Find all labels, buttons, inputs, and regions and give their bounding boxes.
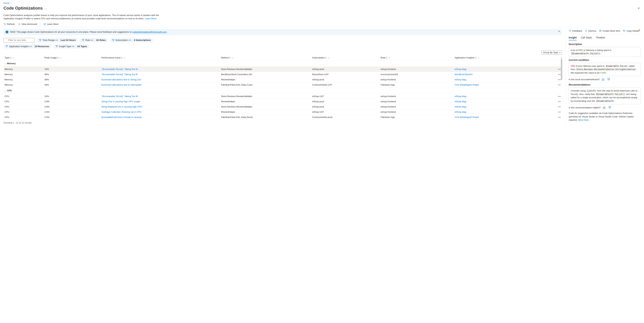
- cell-type: Memory: [4, 82, 43, 87]
- cell-type: CPU: [4, 109, 43, 114]
- external-link-icon: [44, 23, 46, 26]
- row-more-button[interactable]: •••: [539, 77, 562, 82]
- thumb-up-button[interactable]: [602, 78, 605, 81]
- ai-link[interactable]: eShop-diag: [455, 95, 466, 98]
- col-method[interactable]: Methodⓘ↑↓: [220, 55, 311, 60]
- ai-link[interactable]: eShop-diag: [455, 78, 466, 81]
- feedback-button[interactable]: Feedback: [569, 30, 582, 32]
- funnel-icon: [82, 39, 84, 42]
- app-insights-filter[interactable]: Application Insights == 10 Resources: [4, 44, 51, 48]
- col-peak[interactable]: Peak Usageⓘ↑↓: [43, 55, 100, 60]
- role-filter[interactable]: Role == All Roles: [80, 38, 108, 42]
- reco-heading: Recommendations: [569, 83, 640, 86]
- col-type[interactable]: Typeⓘ↑↓: [4, 55, 43, 60]
- ai-link[interactable]: eShop-diag: [455, 68, 466, 70]
- row-more-button[interactable]: •••: [539, 94, 562, 99]
- table-row[interactable]: CPU3.4%Garbage Collection Showing Up in …: [4, 109, 562, 114]
- issue-link[interactable]: Excessive allocations due to String.Ctor: [102, 78, 141, 81]
- more-here-link[interactable]: More here.: [578, 118, 589, 121]
- funnel-icon: [39, 39, 42, 42]
- issue-link[interactable]: `IEnumerable.ToList()` Taking Too M: [102, 73, 138, 76]
- col-subscription[interactable]: Subscriptionⓘ↑↓: [311, 55, 380, 60]
- issue-link[interactable]: String.Ctor is causing high CPU usage: [102, 100, 140, 103]
- chevron-down-icon: ⌄: [4, 62, 6, 64]
- row-more-button[interactable]: •••: [539, 82, 562, 87]
- table-row[interactable]: Memory74%`IEnumerable.ToList()` Taking T…: [4, 66, 562, 72]
- chevron-down-icon: ⌄: [4, 90, 6, 92]
- issue-link[interactable]: `IEnumerable.ToList()` Taking Too M: [102, 68, 138, 70]
- panel-close-button[interactable]: ✕: [638, 28, 640, 32]
- tab-callstack[interactable]: Call Stack: [581, 36, 592, 40]
- close-blade-button[interactable]: ✕: [638, 6, 640, 10]
- dismiss-button[interactable]: Dismiss: [585, 30, 596, 32]
- results-table: Typeⓘ↑↓ Peak Usageⓘ↑↓ Performance Issueⓘ…: [4, 55, 562, 120]
- copy-details-button[interactable]: Copy Details: [623, 30, 639, 32]
- table-row[interactable]: Memory36%Excessive allocations due to St…: [4, 77, 562, 82]
- banner-close-button[interactable]: ✕: [558, 30, 560, 33]
- tab-insight[interactable]: Insight: [569, 36, 577, 40]
- filter-input[interactable]: [4, 38, 35, 42]
- table-row[interactable]: Memory36%`IEnumerable.ToList()` Taking T…: [4, 72, 562, 77]
- table-row[interactable]: CPU3.8%String.Ctor is causing high CPU u…: [4, 99, 562, 104]
- issue-link[interactable]: QueryableExtensions.Include is causing: [102, 116, 142, 118]
- accurate-question: Is this issue accurate/relevant?: [569, 78, 600, 81]
- learn-more-button[interactable]: Learn More: [44, 23, 58, 26]
- row-more-button[interactable]: •••: [539, 109, 562, 114]
- thumb-down-button[interactable]: [607, 78, 610, 81]
- group-row[interactable]: ⌄CPU: [4, 87, 562, 94]
- row-more-button[interactable]: •••: [539, 99, 562, 104]
- banner-email-link[interactable]: codeoptimizations@microsoft.com: [132, 30, 167, 33]
- cell-issue: Excessive allocations due to InternalSet: [100, 82, 220, 87]
- banner-text: NEW: This page shows Code Optimizations …: [10, 30, 132, 33]
- issue-link[interactable]: Excessive allocations due to InternalSet: [102, 84, 142, 86]
- table-row[interactable]: Memory34%Excessive allocations due to In…: [4, 82, 562, 87]
- cell-ai: eShop-diag: [454, 94, 539, 99]
- row-more-button[interactable]: •••: [539, 66, 562, 72]
- ai-link[interactable]: CH1-RetailAppAI-Prepd: [455, 116, 479, 118]
- ai-link[interactable]: eShop-diag: [455, 106, 466, 108]
- table-row[interactable]: CPU10%`IEnumerable.ToList()` Taking Too …: [4, 94, 562, 99]
- ai-link[interactable]: eShop-diag: [455, 110, 466, 113]
- scrollbar-thumb[interactable]: [561, 59, 562, 80]
- create-work-item-button[interactable]: Create Work Item: [599, 30, 620, 32]
- breadcrumb-home[interactable]: Home: [4, 2, 10, 4]
- cell-issue: String.ReplaceCore is causing high CPU: [100, 104, 220, 109]
- col-role[interactable]: Roleⓘ↑↓: [380, 55, 454, 60]
- table-row[interactable]: CPU3.8%String.ReplaceCore is causing hig…: [4, 104, 562, 109]
- cell-role: eshop-frontend: [380, 77, 454, 82]
- issue-link[interactable]: Garbage Collection Showing Up in CPU: [102, 110, 142, 113]
- col-issue[interactable]: Performance Issueⓘ↑↓: [100, 55, 220, 60]
- funnel-icon: [6, 45, 8, 48]
- cell-issue: `IEnumerable.ToList()` Taking Too M: [100, 94, 220, 99]
- view-dismissed-button[interactable]: View dismissed: [18, 23, 37, 26]
- insight-type-filter[interactable]: Insight Type == All Types: [54, 44, 89, 48]
- time-range-filter[interactable]: Time Range == Last 24 Hours: [37, 38, 78, 42]
- table-row[interactable]: CPU2.5%QueryableExtensions.Include is ca…: [4, 114, 562, 120]
- more-actions-button[interactable]: …: [44, 7, 47, 10]
- row-more-button[interactable]: •••: [539, 72, 562, 77]
- issue-link[interactable]: String.ReplaceCore is causing high CPU: [102, 106, 142, 108]
- row-more-button[interactable]: •••: [539, 104, 562, 109]
- thumb-up-button[interactable]: [603, 106, 606, 109]
- ai-link[interactable]: CH1-RetailAppAI-Prepd: [455, 84, 479, 86]
- tab-timeline[interactable]: Timeline: [596, 36, 605, 40]
- cell-peak: 3.8%: [43, 104, 100, 109]
- cell-peak: 3.4%: [43, 109, 100, 114]
- refresh-button[interactable]: Refresh: [4, 23, 15, 26]
- ai-link[interactable]: MvcMusicStore01: [455, 73, 473, 76]
- issue-link[interactable]: `IEnumerable.ToList()` Taking Too M: [102, 95, 138, 98]
- subscription-filter[interactable]: Subscription == 4 Subscriptions: [110, 38, 153, 42]
- col-ai[interactable]: Application Insightsⓘ↑↓: [454, 55, 539, 60]
- breadcrumb: Home 〉: [4, 2, 640, 4]
- row-more-button[interactable]: •••: [539, 114, 562, 120]
- group-row[interactable]: ⌄Memory: [4, 60, 562, 66]
- group-by-dropdown[interactable]: Group By Type ▾: [542, 50, 562, 54]
- page-title: Code Optimizations: [4, 6, 42, 10]
- intro-learn-more-link[interactable]: Learn More.: [145, 17, 157, 20]
- helpful-question: Is this recommendation helpful?: [569, 106, 601, 109]
- thumb-down-button[interactable]: [608, 106, 611, 109]
- code-fix-note: Code fix suggestion available via Code O…: [569, 112, 640, 122]
- cell-peak: 10%: [43, 94, 100, 99]
- ai-link[interactable]: eShop-diag: [455, 100, 466, 103]
- cell-subscription: ContosoHotels-UAT: [311, 82, 380, 87]
